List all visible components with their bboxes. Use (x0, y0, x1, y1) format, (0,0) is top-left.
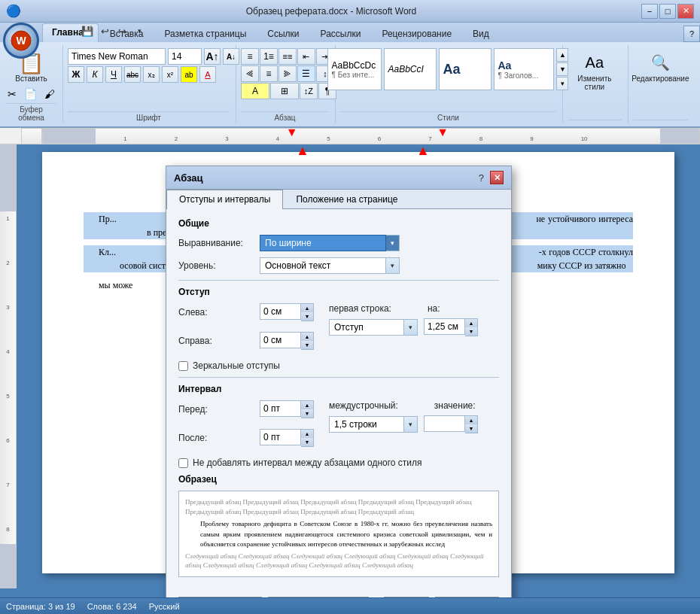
indent-section-title: Отступ (178, 287, 499, 297)
before-spin-down[interactable]: ▼ (301, 409, 313, 418)
interval-fields: Перед: ▲ ▼ После: (178, 400, 499, 453)
alignment-dropdown-button[interactable]: ▾ (386, 235, 400, 251)
dialog-body: Общие Выравнивание: По ширине ▾ Уровень:… (166, 209, 511, 592)
level-combo: Основной текст ▾ (260, 257, 400, 274)
before-label: Перед: (178, 404, 254, 415)
no-add-interval-checkbox[interactable] (178, 458, 188, 468)
after-spin-buttons: ▲ ▼ (301, 429, 314, 447)
before-spin: ▲ ▼ (260, 400, 314, 418)
after-value-input[interactable] (260, 429, 301, 445)
first-line-row: первая строка: на: (329, 303, 478, 314)
dialog-tabs: Отступы и интервалы Положение на страниц… (166, 190, 511, 209)
sample-prev-text: Предыдущий абзац Предыдущий абзац Предыд… (185, 497, 492, 516)
line-value-input[interactable] (424, 415, 465, 432)
on-label: на: (428, 303, 440, 314)
first-line-combo: Отступ ▾ (329, 319, 418, 336)
alignment-label: Выравнивание: (178, 238, 254, 248)
line-spacing-label: междустрочный: (329, 400, 398, 411)
line-spacing-combo: 1,5 строки ▾ (329, 416, 418, 433)
on-spin-up[interactable]: ▲ (465, 319, 477, 327)
right-spin-up[interactable]: ▲ (301, 333, 313, 341)
sample-next-text: Следующий абзац Следующий абзац Следующи… (185, 552, 492, 570)
indent-fields: Слева: ▲ ▼ Справа: (178, 303, 499, 356)
dialog-title-text: Абзац (174, 172, 203, 184)
left-indent-spin: ▲ ▼ (260, 303, 314, 321)
paragraph-dialog: Абзац ? ✕ Отступы и интервалы Положение … (166, 166, 512, 614)
level-dropdown-button[interactable]: ▾ (386, 257, 400, 274)
left-spin-down[interactable]: ▼ (301, 312, 313, 321)
language-status: Русский (149, 602, 180, 611)
after-label: После: (178, 433, 254, 443)
right-value-input[interactable] (260, 332, 301, 348)
dialog-tab-page-position[interactable]: Положение на странице (283, 190, 410, 208)
interval-divider (178, 377, 499, 378)
right-spin-down[interactable]: ▼ (301, 341, 313, 349)
dialog-tab-indent-spacing[interactable]: Отступы и интервалы (166, 190, 283, 209)
sample-section-title: Образец (178, 474, 499, 485)
after-spin-up[interactable]: ▲ (301, 430, 313, 438)
first-line-label: первая строка: (329, 303, 391, 314)
sample-cur-text: Проблему товарного дефицита в Советском … (200, 519, 492, 550)
right-spin-buttons: ▲ ▼ (301, 332, 314, 350)
mirror-indent-checkbox[interactable] (178, 361, 188, 371)
indent-left-right: Слева: ▲ ▼ Справа: (178, 303, 314, 356)
before-spin-buttons: ▲ ▼ (301, 400, 314, 418)
dialog-title-bar: Абзац ? ✕ (166, 166, 511, 190)
right-indent-spin: ▲ ▼ (260, 332, 314, 350)
alignment-value[interactable]: По ширине (260, 235, 386, 251)
first-line-value[interactable]: Отступ (329, 319, 404, 336)
line-spacing-fields: междустрочный: значение: 1,5 строки ▾ ▲ (329, 400, 478, 453)
first-line-value-row: Отступ ▾ ▲ ▼ (329, 318, 478, 336)
alignment-combo: По ширине ▾ (260, 235, 400, 251)
left-indent-row: Слева: ▲ ▼ (178, 303, 314, 321)
on-value-input[interactable] (424, 318, 465, 335)
dialog-close-button[interactable]: ✕ (490, 171, 504, 184)
level-row: Уровень: Основной текст ▾ (178, 257, 499, 274)
dialog-title-controls: ? ✕ (479, 171, 504, 184)
value-label: значение: (434, 400, 476, 411)
level-label: Уровень: (178, 260, 254, 271)
on-spin-buttons: ▲ ▼ (465, 318, 478, 336)
before-after-fields: Перед: ▲ ▼ После: (178, 400, 314, 453)
left-value-input[interactable] (260, 303, 301, 320)
interval-section-title: Интервал (178, 384, 499, 394)
line-spacing-value[interactable]: 1,5 строки (329, 416, 404, 433)
line-spacing-dropdown-button[interactable]: ▾ (404, 416, 418, 433)
page-info: Страница: 3 из 19 (6, 602, 75, 611)
alignment-row: Выравнивание: По ширине ▾ (178, 235, 499, 251)
mirror-indent-label: Зеркальные отступы (193, 360, 280, 371)
general-section-title: Общие (178, 218, 499, 229)
no-add-interval-label: Не добавлять интервал между абзацами одн… (193, 457, 422, 468)
no-add-interval-row: Не добавлять интервал между абзацами одн… (178, 457, 499, 468)
on-spin-down[interactable]: ▼ (465, 327, 477, 336)
on-value-spin: ▲ ▼ (424, 318, 478, 336)
line-value-spin-down[interactable]: ▼ (465, 424, 477, 433)
line-spacing-label-row: междустрочный: значение: (329, 400, 478, 411)
first-line-fields: первая строка: на: Отступ ▾ ▲ ▼ (329, 303, 478, 356)
left-spin-buttons: ▲ ▼ (301, 303, 314, 321)
dialog-overlay: Абзац ? ✕ Отступы и интервалы Положение … (0, 0, 700, 614)
line-spacing-value-spin: ▲ ▼ (424, 415, 478, 433)
line-value-spin-up[interactable]: ▲ (465, 416, 477, 424)
dialog-help-button[interactable]: ? (479, 172, 484, 184)
word-count: Слова: 6 234 (87, 602, 137, 611)
before-value-input[interactable] (260, 400, 301, 417)
line-spacing-value-row: 1,5 строки ▾ ▲ ▼ (329, 415, 478, 433)
right-label: Справа: (178, 336, 254, 346)
after-row: После: ▲ ▼ (178, 429, 314, 447)
before-row: Перед: ▲ ▼ (178, 400, 314, 418)
status-bar: Страница: 3 из 19 Слова: 6 234 Русский (0, 597, 700, 614)
left-label: Слева: (178, 307, 254, 318)
indent-divider (178, 280, 499, 281)
sample-preview-box: Предыдущий абзац Предыдущий абзац Предыд… (178, 491, 499, 577)
left-spin-up[interactable]: ▲ (301, 304, 313, 312)
after-spin: ▲ ▼ (260, 429, 314, 447)
right-indent-row: Справа: ▲ ▼ (178, 332, 314, 350)
mirror-indent-row: Зеркальные отступы (178, 360, 499, 371)
after-spin-down[interactable]: ▼ (301, 438, 313, 446)
first-line-dropdown-button[interactable]: ▾ (404, 319, 418, 336)
line-value-spin-buttons: ▲ ▼ (465, 415, 478, 433)
level-value[interactable]: Основной текст (260, 257, 386, 274)
before-spin-up[interactable]: ▲ (301, 401, 313, 409)
